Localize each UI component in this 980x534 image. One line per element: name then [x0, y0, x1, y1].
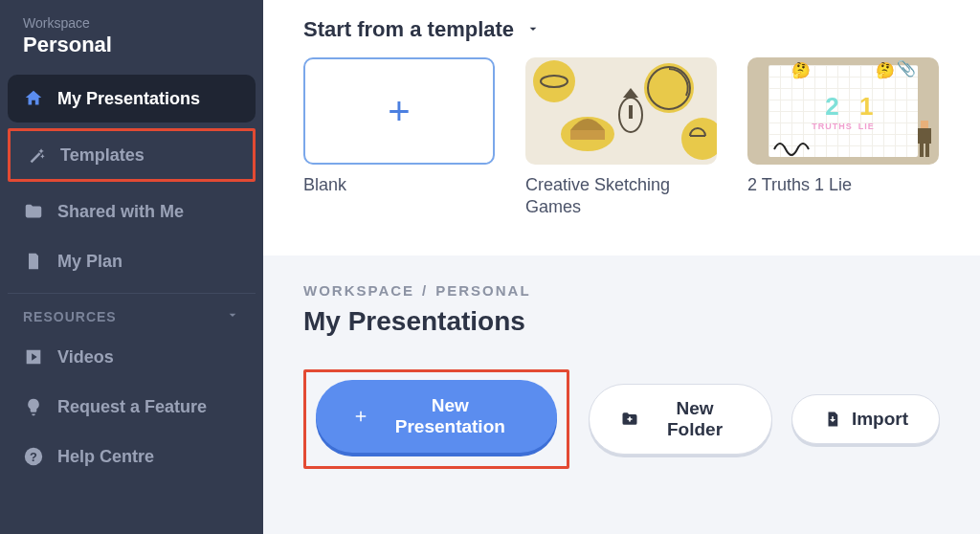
chevron-down-icon — [525, 17, 541, 42]
section-label: RESOURCES — [23, 309, 117, 324]
breadcrumb-separator: / — [422, 282, 428, 299]
workspace-switcher[interactable]: Workspace Personal — [8, 15, 256, 75]
highlight-templates: Templates — [8, 128, 256, 182]
action-row: New Presentation New Folder Import — [303, 369, 940, 469]
sidebar-item-videos[interactable]: Videos — [8, 333, 256, 381]
workspace-label: Workspace — [23, 15, 240, 31]
svg-rect-15 — [925, 144, 929, 157]
sidebar-item-shared[interactable]: Shared with Me — [8, 188, 256, 235]
plus-icon: + — [388, 90, 410, 133]
sidebar-item-request-feature[interactable]: Request a Feature — [8, 383, 256, 431]
sidebar-item-label: Shared with Me — [57, 202, 184, 222]
templates-heading[interactable]: Start from a template — [303, 17, 940, 42]
home-icon — [23, 88, 44, 109]
person-illustration-icon — [912, 117, 937, 161]
truths-txt-2: LIE — [858, 122, 875, 131]
templates-heading-label: Start from a template — [303, 17, 514, 42]
invoice-icon — [23, 251, 44, 272]
svg-point-10 — [681, 118, 717, 160]
sidebar-nav: My Presentations Templates Shared with M… — [8, 75, 256, 285]
page-title: My Presentations — [303, 306, 940, 337]
wand-icon — [26, 145, 47, 166]
thinking-emoji-icon: 🤔 — [876, 61, 895, 79]
template-thumb: 2 TRUTHS 1 LIE 🤔 🤔 — [747, 57, 939, 165]
breadcrumb: WORKSPACE / PERSONAL — [303, 282, 940, 299]
folder-shared-icon — [23, 201, 44, 222]
sidebar-item-templates[interactable]: Templates — [11, 131, 253, 179]
truths-txt-1: TRUTHS — [812, 122, 853, 131]
resources-nav: Videos Request a Feature ? Help Centre — [8, 333, 256, 480]
svg-point-6 — [644, 63, 694, 113]
button-label: Import — [852, 409, 908, 430]
folder-plus-icon — [620, 410, 639, 429]
play-icon — [23, 346, 44, 367]
sidebar-item-label: Help Centre — [57, 447, 154, 467]
sidebar-item-help-centre[interactable]: ? Help Centre — [8, 433, 256, 480]
breadcrumb-item[interactable]: PERSONAL — [435, 282, 530, 299]
new-presentation-button[interactable]: New Presentation — [316, 380, 557, 453]
template-card-sketching[interactable]: Creative Sketching Games — [525, 57, 717, 217]
main-content: Start from a template + Blank — [263, 0, 980, 534]
template-card-truths[interactable]: 2 TRUTHS 1 LIE 🤔 🤔 — [747, 57, 939, 217]
svg-rect-9 — [629, 105, 633, 119]
templates-row: + Blank — [303, 57, 940, 217]
svg-text:?: ? — [30, 450, 37, 464]
truths-num-1: 2 — [812, 92, 853, 122]
plus-icon — [352, 407, 370, 426]
svg-point-2 — [533, 60, 575, 102]
workspace-name: Personal — [23, 33, 240, 57]
svg-rect-14 — [920, 144, 924, 157]
sidebar-item-label: My Plan — [57, 252, 122, 272]
sidebar-item-label: Request a Feature — [57, 397, 207, 417]
new-folder-button[interactable]: New Folder — [589, 384, 772, 455]
sidebar: Workspace Personal My Presentations Temp… — [0, 0, 263, 534]
truths-num-2: 1 — [858, 92, 875, 122]
template-thumb: + — [303, 57, 495, 165]
breadcrumb-item[interactable]: WORKSPACE — [303, 282, 414, 299]
sidebar-item-label: Templates — [60, 145, 145, 166]
resources-heading[interactable]: RESOURCES — [8, 293, 256, 333]
template-label: Blank — [303, 174, 495, 196]
lightbulb-icon — [23, 396, 44, 417]
templates-section: Start from a template + Blank — [263, 0, 980, 256]
button-label: New Presentation — [380, 395, 522, 437]
svg-rect-12 — [921, 121, 928, 128]
template-label: Creative Sketching Games — [525, 174, 717, 217]
template-label: 2 Truths 1 Lie — [747, 174, 939, 196]
template-card-blank[interactable]: + Blank — [303, 57, 495, 217]
chevron-down-icon — [225, 307, 240, 325]
import-button[interactable]: Import — [791, 394, 940, 444]
import-icon — [823, 410, 842, 429]
sidebar-item-label: My Presentations — [57, 89, 200, 109]
paperclip-icon: 📎 — [897, 59, 916, 78]
sidebar-item-my-presentations[interactable]: My Presentations — [8, 75, 256, 122]
button-label: New Folder — [649, 398, 741, 440]
sidebar-item-my-plan[interactable]: My Plan — [8, 237, 256, 285]
sidebar-item-label: Videos — [57, 347, 114, 367]
svg-rect-5 — [570, 130, 605, 140]
template-thumb — [525, 57, 717, 165]
squiggle-icon — [772, 140, 811, 159]
folder-section: WORKSPACE / PERSONAL My Presentations Ne… — [263, 256, 980, 469]
help-icon: ? — [23, 446, 44, 467]
thinking-emoji-icon: 🤔 — [791, 61, 811, 79]
svg-rect-13 — [918, 128, 931, 144]
highlight-new-presentation: New Presentation — [303, 369, 569, 469]
